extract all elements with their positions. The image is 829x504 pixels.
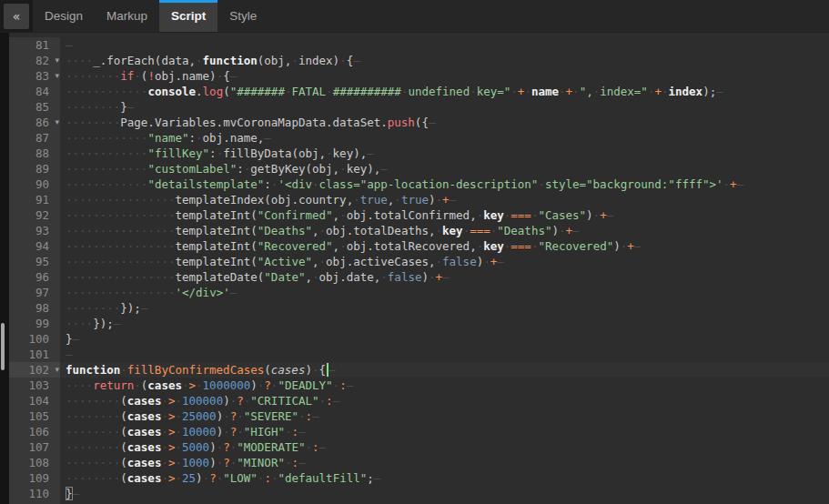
gutter-cell[interactable]: 89 bbox=[9, 161, 60, 176]
code-line[interactable]: 85········}– bbox=[9, 99, 829, 115]
gutter-cell[interactable]: 103 bbox=[9, 378, 60, 393]
collapse-panel-button[interactable]: « bbox=[4, 4, 29, 29]
tab-design[interactable]: Design bbox=[33, 0, 95, 32]
fold-arrow-icon[interactable]: ▾ bbox=[55, 53, 59, 68]
gutter-cell[interactable]: 94 bbox=[9, 238, 60, 254]
line-number: 109 bbox=[28, 471, 49, 485]
gutter-cell[interactable]: 85 bbox=[9, 99, 60, 115]
code-line[interactable]: 97················'</div>'– bbox=[9, 285, 829, 300]
fold-arrow-icon[interactable]: ▾ bbox=[55, 362, 59, 378]
line-number: 92 bbox=[35, 208, 49, 222]
gutter-cell[interactable]: 91 bbox=[9, 192, 60, 207]
code-editor[interactable]: 81–82▾····_.forEach(data,·function(obj,·… bbox=[0, 33, 829, 504]
code-text: ········}– bbox=[60, 99, 829, 115]
gutter-cell[interactable]: 107 bbox=[9, 439, 60, 455]
left-scrollbar-thumb[interactable] bbox=[1, 323, 5, 370]
code-line[interactable]: 81– bbox=[9, 37, 829, 53]
code-line[interactable]: 88············"fillKey":·fillByData(obj,… bbox=[9, 146, 829, 161]
gutter-cell[interactable]: 101 bbox=[9, 347, 60, 362]
code-text: ············console.log("#######·FATAL·#… bbox=[60, 84, 829, 99]
code-line[interactable]: 99····});– bbox=[9, 316, 829, 331]
line-number: 96 bbox=[35, 270, 49, 284]
code-text: function·fillByConfirmedCases(cases)·{– bbox=[60, 362, 829, 378]
code-line[interactable]: 105········(cases·>·25000)·?·"SEVERE"·:– bbox=[9, 408, 829, 424]
line-number: 106 bbox=[28, 425, 49, 438]
code-lines: 81–82▾····_.forEach(data,·function(obj,·… bbox=[9, 37, 829, 504]
eol-mark: – bbox=[333, 394, 340, 408]
code-line[interactable]: 98········});– bbox=[9, 300, 829, 316]
fold-arrow-icon[interactable]: ▾ bbox=[55, 115, 59, 130]
gutter-cell[interactable]: 102▾ bbox=[9, 362, 60, 378]
gutter-cell[interactable]: 98 bbox=[9, 300, 60, 316]
code-text: ············"fillKey":·fillByData(obj,·k… bbox=[60, 146, 829, 161]
code-line[interactable]: 95················templateInt("Active",·… bbox=[9, 254, 829, 269]
gutter-cell[interactable]: 82▾ bbox=[9, 53, 60, 68]
gutter-cell[interactable]: 97 bbox=[9, 285, 60, 300]
code-line[interactable]: 101– bbox=[9, 347, 829, 362]
code-line[interactable]: 84············console.log("#######·FATAL… bbox=[9, 84, 829, 99]
code-line[interactable]: 93················templateInt("Deaths",·… bbox=[9, 223, 829, 238]
code-line[interactable]: 102▾function·fillByConfirmedCases(cases)… bbox=[9, 362, 829, 378]
eol-mark: – bbox=[572, 224, 580, 237]
gutter-cell[interactable]: 87 bbox=[9, 130, 60, 146]
eol-mark: – bbox=[497, 255, 504, 268]
gutter-cell[interactable]: 104 bbox=[9, 393, 60, 408]
eol-mark: – bbox=[737, 177, 744, 191]
gutter-cell[interactable]: 96 bbox=[9, 269, 60, 285]
line-number: 84 bbox=[35, 85, 49, 98]
code-line[interactable]: 103····return·(cases·>·1000000)·?·"DEADL… bbox=[9, 378, 829, 393]
code-line[interactable]: 90············"detailstemplate":·'<div·c… bbox=[9, 176, 829, 192]
code-line[interactable]: 83▾········if·(!obj.name)·{– bbox=[9, 68, 829, 84]
code-text: ············"name":·obj.name,– bbox=[60, 130, 829, 146]
code-line[interactable]: 108········(cases·>·1000)·?·"MINOR"·:– bbox=[9, 455, 829, 470]
eol-mark: – bbox=[230, 286, 238, 299]
code-line[interactable]: 82▾····_.forEach(data,·function(obj,·ind… bbox=[9, 53, 829, 68]
gutter-cell[interactable]: 92 bbox=[9, 207, 60, 223]
code-line[interactable]: 110}– bbox=[9, 486, 829, 501]
gutter-cell[interactable]: 84 bbox=[9, 84, 60, 99]
line-number: 95 bbox=[35, 255, 49, 268]
code-line[interactable]: 106········(cases·>·10000)·?·"HIGH"·:– bbox=[9, 424, 829, 439]
gutter-cell[interactable]: 93 bbox=[9, 223, 60, 238]
gutter-cell[interactable]: 86▾ bbox=[9, 115, 60, 130]
code-line[interactable]: 89············"customLabel":·getByKey(ob… bbox=[9, 161, 829, 176]
code-text: – bbox=[60, 37, 829, 53]
gutter-cell[interactable]: 99 bbox=[9, 316, 60, 331]
fold-arrow-icon[interactable]: ▾ bbox=[55, 68, 59, 84]
line-number: 105 bbox=[28, 409, 49, 423]
line-number: 82 bbox=[35, 54, 49, 67]
code-line[interactable]: 100}– bbox=[9, 331, 829, 347]
code-line[interactable]: 107········(cases·>·5000)·?·"MODERATE"·:… bbox=[9, 439, 829, 455]
gutter-cell[interactable]: 95 bbox=[9, 254, 60, 269]
tab-script[interactable]: Script bbox=[159, 0, 217, 32]
code-line[interactable]: 94················templateInt("Recovered… bbox=[9, 238, 829, 254]
gutter-cell[interactable]: 83▾ bbox=[9, 68, 60, 84]
code-line[interactable]: 104········(cases·>·100000)·?·"CRITICAL"… bbox=[9, 393, 829, 408]
code-text: ········Page.Variables.mvCoronaMapData.d… bbox=[60, 115, 829, 130]
code-line[interactable]: 109········(cases·>·25)·?·"LOW"·:·"defau… bbox=[9, 470, 829, 486]
tab-style[interactable]: Style bbox=[217, 0, 268, 32]
line-number: 98 bbox=[35, 301, 49, 315]
eol-mark: – bbox=[312, 409, 319, 423]
tab-markup[interactable]: Markup bbox=[95, 0, 159, 32]
gutter-cell[interactable]: 90 bbox=[9, 176, 60, 192]
gutter-cell[interactable]: 109 bbox=[9, 470, 60, 486]
eol-mark: – bbox=[429, 116, 436, 129]
eol-mark: – bbox=[127, 100, 135, 114]
line-number: 107 bbox=[28, 440, 49, 454]
code-line[interactable]: 87············"name":·obj.name,– bbox=[9, 130, 829, 146]
gutter-cell[interactable]: 110 bbox=[9, 486, 60, 501]
left-scrollbar-track[interactable] bbox=[0, 33, 9, 504]
gutter-cell[interactable]: 81 bbox=[9, 37, 60, 53]
gutter-cell[interactable]: 105 bbox=[9, 408, 60, 424]
gutter-cell[interactable]: 88 bbox=[9, 146, 60, 161]
gutter-cell[interactable]: 100 bbox=[9, 331, 60, 347]
gutter-cell[interactable]: 108 bbox=[9, 455, 60, 470]
gutter-cell[interactable]: 106 bbox=[9, 424, 60, 439]
code-text: ····});– bbox=[60, 316, 829, 331]
code-line[interactable]: 92················templateInt("Confirmed… bbox=[9, 207, 829, 223]
code-line[interactable]: 96················templateDate("Date",·o… bbox=[9, 269, 829, 285]
line-number: 102 bbox=[28, 363, 49, 377]
code-line[interactable]: 86▾········Page.Variables.mvCoronaMapDat… bbox=[9, 115, 829, 130]
code-line[interactable]: 91················templateIndex(obj.coun… bbox=[9, 192, 829, 207]
